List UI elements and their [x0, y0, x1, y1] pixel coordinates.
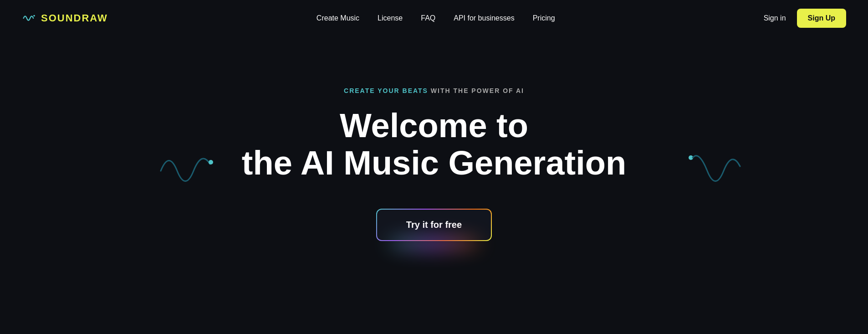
- svg-point-0: [33, 15, 35, 17]
- hero-title: Welcome to the AI Music Generation: [242, 107, 626, 181]
- hero-section: CREATE YOUR BEATS WITH THE POWER OF AI W…: [0, 36, 868, 301]
- soundraw-logo-icon: [22, 10, 38, 26]
- hero-subtitle-rest: WITH THE POWER OF AI: [428, 87, 524, 94]
- nav-api[interactable]: API for businesses: [454, 14, 514, 22]
- wave-decoration-left: [156, 141, 220, 187]
- nav-license[interactable]: License: [378, 14, 403, 22]
- nav-create-music[interactable]: Create Music: [317, 14, 359, 22]
- svg-point-1: [209, 160, 213, 164]
- cta-glow-effect: [388, 236, 480, 250]
- nav-actions: Sign in Sign Up: [764, 9, 846, 28]
- nav-links: Create Music License FAQ API for busines…: [317, 14, 555, 22]
- signin-link[interactable]: Sign in: [764, 14, 786, 22]
- hero-subtitle-highlight: CREATE YOUR BEATS: [344, 87, 428, 94]
- logo[interactable]: SOUNDRAW: [22, 10, 108, 26]
- logo-text: SOUNDRAW: [41, 12, 108, 24]
- nav-pricing[interactable]: Pricing: [533, 14, 555, 22]
- hero-subtitle: CREATE YOUR BEATS WITH THE POWER OF AI: [344, 87, 524, 94]
- hero-title-line1: Welcome to: [340, 107, 528, 144]
- navbar: SOUNDRAW Create Music License FAQ API fo…: [0, 0, 868, 36]
- signup-button[interactable]: Sign Up: [797, 9, 846, 28]
- try-free-button[interactable]: Try it for free: [377, 210, 491, 240]
- wave-decoration-right: [683, 141, 746, 187]
- nav-faq[interactable]: FAQ: [421, 14, 435, 22]
- hero-title-line2: the AI Music Generation: [242, 144, 626, 182]
- cta-wrapper: Try it for free: [376, 209, 492, 241]
